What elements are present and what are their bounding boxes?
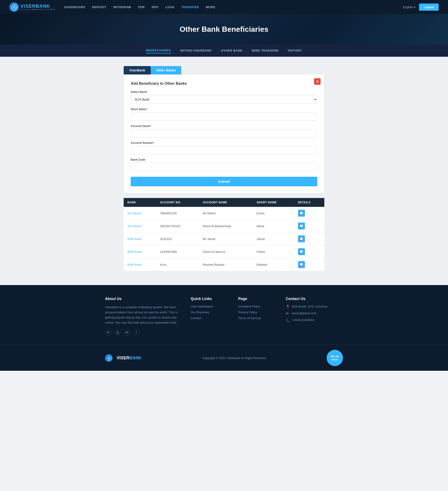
link-contact[interactable]: Contact	[191, 316, 229, 320]
table-row: BNR Bank1234567890Fahim Al MamunFahim💬	[124, 246, 324, 258]
col-details: DETAILS	[294, 198, 324, 207]
footer-logo: V	[105, 354, 112, 362]
subnav-beneficiaries[interactable]: BENEFICIARIES	[146, 48, 171, 54]
details-button[interactable]: 💬	[298, 248, 305, 255]
footer-brand-viser: VISER	[117, 356, 129, 360]
location-icon: 📍	[286, 305, 290, 309]
subnav-other-bank[interactable]: OTHER BANK	[221, 48, 242, 53]
cell-short-name: Fahim	[253, 246, 294, 258]
subnav-history[interactable]: HISTORY	[288, 48, 302, 53]
footer-copyright: Copyright © 2021 Viserbank All Right Res…	[202, 356, 266, 360]
subnav-wire-transfer[interactable]: WIRE TRANSFER	[252, 48, 279, 53]
sub-nav: BENEFICIARIES WITHIN VISERBANK OTHER BAN…	[0, 44, 448, 57]
twitter-icon[interactable]: tw	[124, 329, 130, 336]
select-bank-group: Select Bank* SCA Bank BNR Bank	[131, 90, 317, 104]
cell-bank: BNR Bank	[124, 258, 156, 271]
bank-code-input[interactable]	[131, 163, 317, 171]
we-are-here-badge: We are here!	[327, 350, 343, 366]
nav-dashboard[interactable]: DASHBOARD	[64, 5, 85, 9]
nav-more[interactable]: MORE	[206, 5, 215, 9]
linkedin-icon[interactable]: in	[105, 329, 111, 336]
quick-links-title: Quick Links	[191, 297, 229, 301]
instagram-icon[interactable]: ig	[114, 329, 121, 336]
tab-buttons: ViserBank Other Banks	[124, 66, 324, 75]
table-row: SCA Bank169140728315Marla M BlankenshipM…	[124, 220, 324, 233]
nav-withdraw[interactable]: WITHDRAW	[113, 5, 131, 9]
short-name-group: Short Name*	[131, 108, 317, 121]
brand-text: VISERBANK DIGITAL BANKING SYSTEM	[20, 3, 55, 11]
language-label: English	[403, 5, 413, 9]
facebook-icon[interactable]: f	[133, 329, 139, 336]
cell-short-name: Emon	[253, 207, 294, 220]
close-icon: ✕	[316, 79, 319, 84]
nav-right: English ▾ Logout	[403, 3, 439, 11]
link-terms-of-service[interactable]: Terms of Service	[238, 316, 276, 320]
chat-icon: 💬	[299, 250, 303, 254]
tab-other-banks[interactable]: Other Banks	[151, 66, 181, 75]
bank-link[interactable]: BNR Bank	[128, 263, 142, 266]
submit-button[interactable]: Submit	[131, 177, 317, 186]
chat-icon: 💬	[299, 211, 303, 215]
tab-viserbank[interactable]: ViserBank	[124, 66, 151, 75]
account-number-input[interactable]	[131, 146, 317, 154]
chevron-down-icon: ▾	[414, 5, 416, 9]
details-button[interactable]: 💬	[298, 235, 305, 242]
page-title: Page	[238, 297, 276, 301]
nav-transfer[interactable]: TRANSFER	[181, 5, 199, 9]
link-user-dashboard[interactable]: User Dashboard	[191, 305, 229, 308]
details-button[interactable]: 💬	[298, 223, 305, 229]
about-title: About Us	[105, 297, 181, 301]
cell-account-no: 3232323	[156, 233, 199, 246]
form-card: Add Beneficiary to Other Banks ✕ Select …	[124, 75, 324, 193]
nav-fdr[interactable]: FDR	[138, 5, 145, 9]
navbar: VISERBANK DIGITAL BANKING SYSTEM DASHBOA…	[0, 0, 448, 14]
footer-bottom: V VISERBANK Copyright © 2021 Viserbank A…	[0, 345, 448, 371]
bank-link[interactable]: SCA Bank	[128, 212, 141, 215]
bank-link[interactable]: BNR Bank	[128, 237, 142, 241]
email-icon: ✉	[286, 312, 290, 315]
table-body: SCA Bank7894561235Mr RahimEmon💬SCA Bank1…	[124, 207, 324, 271]
details-button[interactable]: 💬	[298, 261, 305, 268]
brand-name: VISERBANK	[20, 3, 55, 9]
col-short-name: SHORT NAME	[253, 198, 294, 207]
phone-icon: 📞	[286, 319, 290, 322]
chat-icon: 💬	[299, 263, 303, 266]
main-content: ViserBank Other Banks Add Beneficiary to…	[0, 57, 448, 285]
details-button[interactable]: 💬	[298, 210, 305, 217]
table-header: BANK ACCOUNT NO. ACCOUNT NAME SHORT NAME…	[124, 198, 324, 207]
table-header-row: BANK ACCOUNT NO. ACCOUNT NAME SHORT NAME…	[124, 198, 324, 207]
bank-select[interactable]: SCA Bank BNR Bank	[131, 95, 317, 104]
required-asterisk: *	[146, 90, 148, 94]
contact-phone: 📞 +454512418544	[286, 318, 343, 322]
bank-link[interactable]: SCA Bank	[128, 224, 141, 228]
address-text: Null Street, XYZ, Universe	[292, 305, 328, 308]
footer-bottom-container: V VISERBANK Copyright © 2021 Viserbank A…	[96, 350, 352, 366]
footer-bottom-brand: V VISERBANK	[105, 354, 141, 362]
nav-dps[interactable]: DPS	[152, 5, 158, 9]
cell-bank: SCA Bank	[124, 220, 156, 233]
footer-brand-bank: BANK	[129, 356, 141, 360]
account-name-label: Account Name*	[131, 124, 317, 128]
nav-loan[interactable]: LOAN	[165, 5, 174, 9]
language-selector[interactable]: English ▾	[403, 5, 416, 9]
bank-code-label: Bank Code	[131, 158, 317, 161]
close-button[interactable]: ✕	[314, 78, 320, 85]
email-text: demo@gmail.com	[292, 312, 316, 315]
cell-details: 💬	[294, 246, 324, 258]
footer-about: About Us Viserbank is a complete e-Banki…	[105, 297, 181, 336]
cell-account-no: 169140728315	[156, 220, 199, 233]
nav-links: DASHBOARD DEPOSIT WITHDRAW FDR DPS LOAN …	[64, 5, 403, 9]
bank-link[interactable]: BNR Bank	[128, 250, 142, 254]
short-name-input[interactable]	[131, 112, 317, 121]
link-privacy-policy[interactable]: Privacy Policy	[238, 311, 276, 314]
contact-title: Contact Us	[286, 297, 343, 301]
nav-deposit[interactable]: DEPOSIT	[92, 5, 106, 9]
account-name-input[interactable]	[131, 129, 317, 138]
cell-short-name: Marla	[253, 220, 294, 233]
account-number-label: Account Number*	[131, 141, 317, 144]
link-company-policy[interactable]: Company Policy	[238, 305, 276, 308]
cell-account-no: 7894561235	[156, 207, 199, 220]
link-our-branches[interactable]: Our Branches	[191, 311, 229, 314]
logout-button[interactable]: Logout	[419, 3, 439, 11]
subnav-within-viserbank[interactable]: WITHIN VISERBANK	[180, 48, 212, 53]
